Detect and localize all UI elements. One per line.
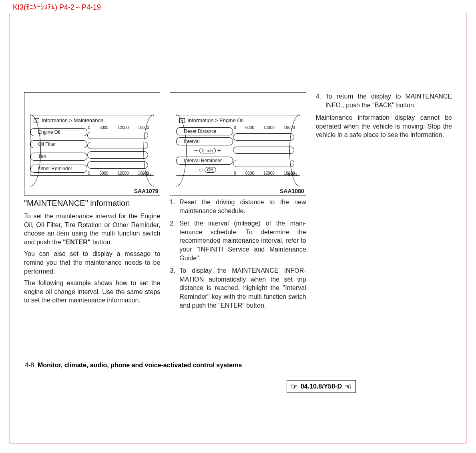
step-2: Set the interval (mileage) of the main­t… xyxy=(170,219,306,262)
bar-1 xyxy=(233,133,294,141)
minus-icon[interactable]: − xyxy=(194,147,198,154)
para-3: The following example shows how to set t… xyxy=(24,279,160,305)
illustration-1: i Information > Maintenance Engine Oil O… xyxy=(24,92,160,195)
bar-3 xyxy=(233,160,294,167)
column-3: To return the display to MAINTENANCE INF… xyxy=(316,92,452,314)
menu-tire[interactable]: Tire xyxy=(30,153,87,161)
page-footer: 4-8 Monitor, climate, audio, phone and v… xyxy=(25,362,242,369)
steps-list-continued: To return the display to MAINTENANCE INF… xyxy=(316,92,452,109)
info-icon: i xyxy=(179,118,185,123)
date-stamp-text: 04.10.8/Y50-D xyxy=(301,383,342,390)
page-number: 4-8 xyxy=(25,362,34,368)
illustration-2: i Information > Engine Oil Reset Distanc… xyxy=(170,92,306,195)
note-paragraph: Maintenance information display cannot b… xyxy=(316,113,452,139)
screen-title: i Information > Engine Oil xyxy=(176,115,299,125)
steps-list: Reset the driving distance to the new ma… xyxy=(170,198,306,310)
on-button[interactable]: ON xyxy=(205,167,216,173)
screen-title: i Information > Maintenance xyxy=(30,115,154,125)
main-content: i Information > Maintenance Engine Oil O… xyxy=(24,92,452,314)
bar-2 xyxy=(233,147,294,154)
miles-label: miles xyxy=(142,172,151,176)
date-stamp: ☞ 04.10.8/Y50-D ☜ xyxy=(287,380,356,393)
breadcrumb: Information > Maintenance xyxy=(42,117,103,123)
column-2: i Information > Engine Oil Reset Distanc… xyxy=(170,92,306,314)
hand-right-icon: ☞ xyxy=(291,382,297,391)
section-heading: "MAINTENANCE" information xyxy=(24,199,160,208)
para-2: You can also set to display a message to… xyxy=(24,250,160,276)
illustration-id: SAA1080 xyxy=(280,188,304,194)
illustration-id: SAA1079 xyxy=(134,188,159,194)
bar-2 xyxy=(87,142,149,149)
menu-oil-filter[interactable]: Oil Filter xyxy=(30,140,87,148)
hand-left-icon: ☜ xyxy=(345,382,351,391)
para-1: To set the maintenance interval for the … xyxy=(24,212,160,246)
column-1: i Information > Maintenance Engine Oil O… xyxy=(24,92,160,314)
menu-reset-distance[interactable]: Reset Distance xyxy=(176,127,233,135)
scale-top: 0 6000 12000 18000 xyxy=(233,125,300,130)
bar-4 xyxy=(87,161,149,169)
step-4: To return the display to MAINTENANCE INF… xyxy=(316,92,452,109)
bar-1 xyxy=(87,132,149,139)
interval-value-button[interactable]: 0 mile xyxy=(199,148,216,153)
step-1: Reset the driving distance to the new ma… xyxy=(170,198,306,215)
menu-engine-oil[interactable]: Engine Oil xyxy=(30,128,87,136)
bar-3 xyxy=(87,151,149,159)
miles-label: miles xyxy=(288,172,297,176)
menu-interval-reminder[interactable]: Interval Reminder xyxy=(176,157,233,165)
breadcrumb: Information > Engine Oil xyxy=(187,117,243,123)
scale-top: 0 6000 12000 18000 xyxy=(87,125,154,130)
plus-icon[interactable]: + xyxy=(217,147,221,154)
menu-interval[interactable]: Interval xyxy=(176,137,233,145)
menu-other-reminder[interactable]: Other Reminder xyxy=(30,165,87,173)
screen-maintenance: i Information > Maintenance Engine Oil O… xyxy=(30,115,154,176)
crop-mark-header: KI3(ﾓﾆﾀｰｼｽﾃﾑ) P4-2～P4-19 xyxy=(0,0,476,12)
info-icon: i xyxy=(34,118,39,123)
section-title: Monitor, climate, audio, phone and voice… xyxy=(38,362,242,368)
step-3: To display the MAINTENANCE INFOR­MATION … xyxy=(170,266,306,310)
screen-engine-oil: i Information > Engine Oil Reset Distanc… xyxy=(176,115,300,176)
radio-icon: ○ xyxy=(199,166,203,173)
